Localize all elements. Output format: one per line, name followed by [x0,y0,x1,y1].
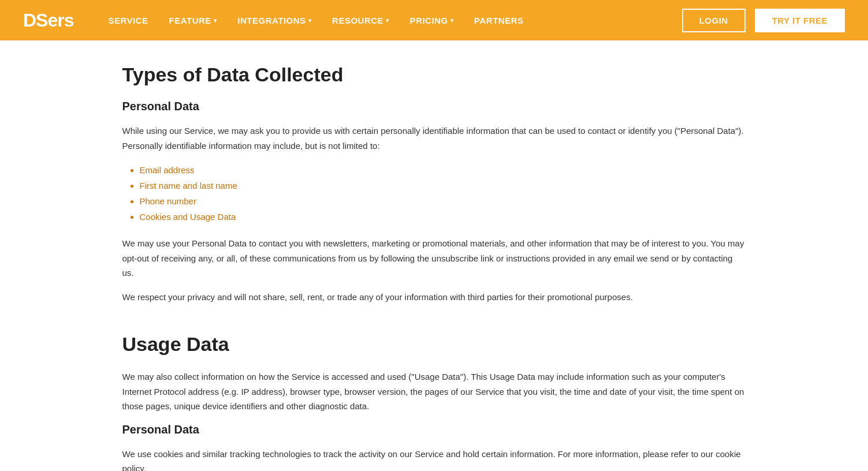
section1-intro-text: While using our Service, we may ask you … [122,124,746,153]
site-header: DSers SERVICE FEATURE ▾ INTEGRATIONS ▾ R… [0,0,868,40]
usage-data-section: Usage Data We may also collect informati… [122,333,746,471]
chevron-down-icon: ▾ [386,17,389,24]
chevron-down-icon: ▾ [214,17,217,24]
nav-partners[interactable]: PARTNERS [474,16,523,25]
section1-title: Types of Data Collected [122,63,746,86]
section2-paragraph1: We may also collect information on how t… [122,369,746,414]
nav-pricing[interactable]: PRICING ▾ [410,16,454,25]
section1-paragraph3: We respect your privacy and will not sha… [122,290,746,305]
nav-resource[interactable]: RESOURCE ▾ [332,16,389,25]
header-actions: LOGIN TRY IT FREE [682,9,845,32]
nav-service[interactable]: SERVICE [109,16,148,25]
list-item: Email address [140,162,746,178]
section1-paragraph2: We may use your Personal Data to contact… [122,236,746,281]
nav-feature[interactable]: FEATURE ▾ [169,16,217,25]
nav-integrations[interactable]: INTEGRATIONS ▾ [237,16,311,25]
chevron-down-icon: ▾ [450,17,454,24]
list-item: First name and last name [140,178,746,193]
list-item: Cookies and Usage Data [140,209,746,225]
section2-paragraph2: We use cookies and similar tracking tech… [122,447,746,472]
login-button[interactable]: LOGIN [682,9,746,32]
list-item: Phone number [140,193,746,209]
site-logo[interactable]: DSers [23,10,74,31]
section1-personal-data-heading: Personal Data [122,100,746,113]
section1-list: Email address First name and last name P… [140,162,746,225]
try-it-free-button[interactable]: TRY IT FREE [755,9,845,32]
chevron-down-icon: ▾ [308,17,312,24]
main-nav: SERVICE FEATURE ▾ INTEGRATIONS ▾ RESOURC… [109,16,682,25]
section2-title: Usage Data [122,333,746,356]
page-content: Types of Data Collected Personal Data Wh… [88,40,781,471]
types-of-data-section: Types of Data Collected Personal Data Wh… [122,63,746,304]
section2-personal-data-heading: Personal Data [122,423,746,436]
